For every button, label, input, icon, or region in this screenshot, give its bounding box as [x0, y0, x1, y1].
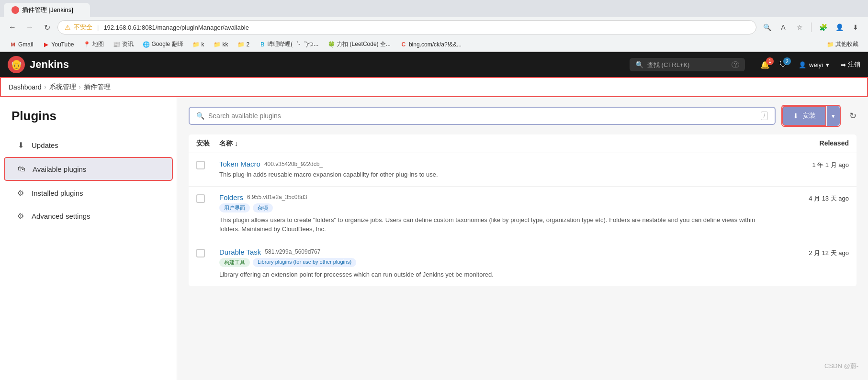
- maps-icon: 📍: [84, 41, 90, 48]
- bookmark-button[interactable]: ☆: [793, 21, 806, 34]
- sidebar-title: Plugins: [0, 109, 177, 133]
- bookmark-2[interactable]: 📁 2: [234, 40, 254, 49]
- folder-kk-icon: 📁: [214, 41, 221, 48]
- bookmark-bing[interactable]: C bing.com/ck/a?!&&...: [396, 40, 465, 49]
- translate-button[interactable]: A: [777, 21, 790, 34]
- plugin-checkbox-3[interactable]: [196, 248, 219, 257]
- bookmark-gmail[interactable]: M Gmail: [6, 40, 37, 49]
- available-plugins-icon: 🛍: [16, 164, 27, 174]
- bookmark-bilibili-label: 哔哩哔哩(゜-゜)つ...: [268, 40, 318, 48]
- plugin-search-box[interactable]: 🔍 /: [189, 107, 776, 125]
- checkbox-token-macro[interactable]: [196, 161, 205, 169]
- profile-button[interactable]: 👤: [833, 21, 846, 34]
- leetcode-icon: 🍀: [328, 41, 335, 48]
- breadcrumb-sep-2: ›: [79, 84, 81, 90]
- plugin-checkbox-1[interactable]: [196, 160, 219, 169]
- bookmark-translate[interactable]: 🌐 Google 翻译: [139, 39, 187, 50]
- jenkins-search-input[interactable]: [647, 61, 728, 68]
- jenkins-logo[interactable]: 👴 Jenkins: [8, 56, 69, 73]
- col-install-header: 安装: [196, 139, 219, 148]
- jenkins-search-bar[interactable]: 🔍 ?: [630, 58, 745, 71]
- plugin-tag-ui[interactable]: 用户界面: [219, 203, 250, 212]
- plugin-name-token-macro[interactable]: Token Macro: [219, 160, 260, 168]
- plugin-tag-misc[interactable]: 杂项: [253, 203, 273, 212]
- breadcrumb-dashboard[interactable]: Dashboard: [9, 83, 42, 91]
- bookmark-youtube[interactable]: ▶ YouTube: [39, 40, 78, 49]
- bookmark-k[interactable]: 📁 k: [189, 40, 208, 49]
- extensions-button[interactable]: 🧩: [816, 21, 830, 34]
- security-shield-button[interactable]: 🛡 2: [779, 60, 787, 69]
- bookmark-kk-label: kk: [223, 41, 228, 48]
- plugin-name-folders[interactable]: Folders: [219, 193, 243, 201]
- plugin-name-durable-task[interactable]: Durable Task: [219, 248, 261, 256]
- col-name-sort-icon[interactable]: ↓: [235, 140, 238, 147]
- bookmark-more[interactable]: 📁 其他收藏: [823, 39, 862, 50]
- bookmark-youtube-label: YouTube: [51, 41, 74, 48]
- breadcrumb-sep-1: ›: [45, 84, 46, 90]
- plugin-released-durable-task: 2 月 12 天 ago: [772, 248, 849, 257]
- refresh-button[interactable]: ↻: [849, 111, 857, 121]
- security-warning-icon: ⚠: [65, 23, 71, 31]
- browser-chrome: 插件管理 [Jenkins] ← → ↻ ⚠ 不安全 | 192.168.0.6…: [0, 0, 868, 52]
- advanced-settings-icon: ⚙: [15, 211, 26, 221]
- reload-button[interactable]: ↻: [40, 21, 54, 34]
- sidebar-item-advanced-settings[interactable]: ⚙ Advanced settings: [4, 205, 173, 227]
- breadcrumb: Dashboard › 系统管理 › 插件管理: [0, 77, 868, 97]
- bookmark-leetcode[interactable]: 🍀 力扣 (LeetCode) 全...: [324, 39, 395, 50]
- checkbox-durable-task[interactable]: [196, 249, 205, 257]
- sidebar-item-installed-plugins[interactable]: ⚙ Installed plugins: [4, 182, 173, 204]
- plugin-tag-library[interactable]: Library plugins (for use by other plugin…: [253, 258, 356, 267]
- bookmark-k-label: k: [202, 41, 204, 48]
- tab-favicon: [11, 6, 19, 14]
- zoom-button[interactable]: 🔍: [760, 21, 774, 34]
- bookmark-news[interactable]: 📰 资讯: [110, 39, 137, 50]
- plugin-content: 🔍 / ⬇ 安装 ▾ ↻ 安装: [177, 97, 868, 380]
- plugin-version-token-macro: 400.v35420b_922dcb_: [264, 161, 323, 168]
- plugin-checkbox-2[interactable]: [196, 193, 219, 203]
- breadcrumb-system-mgmt[interactable]: 系统管理: [49, 83, 76, 91]
- install-dropdown-button[interactable]: ▾: [826, 106, 840, 126]
- folder-2-icon: 📁: [238, 41, 245, 48]
- folder-k-icon: 📁: [193, 41, 200, 48]
- search-install-bar: 🔍 / ⬇ 安装 ▾ ↻: [189, 105, 857, 127]
- notification-bell-button[interactable]: 🔔 1: [760, 60, 770, 69]
- toolbar-divider: [811, 22, 812, 32]
- sidebar-updates-label: Updates: [32, 141, 58, 149]
- plugin-search-input[interactable]: [208, 112, 757, 120]
- install-download-icon: ⬇: [793, 112, 799, 120]
- address-bar[interactable]: ⚠ 不安全 | 192.168.0.61:8081/manage/pluginM…: [57, 20, 756, 34]
- jenkins-logo-text: Jenkins: [30, 58, 69, 71]
- logout-button[interactable]: ➡ 注销: [841, 60, 860, 69]
- download-button[interactable]: ⬇: [849, 21, 862, 34]
- logout-label: 注销: [848, 60, 860, 69]
- plugin-info-token-macro: Token Macro 400.v35420b_922dcb_ This plu…: [219, 160, 772, 179]
- bookmark-kk[interactable]: 📁 kk: [210, 40, 232, 49]
- bookmark-bilibili[interactable]: B 哔哩哔哩(゜-゜)つ...: [255, 39, 322, 50]
- sidebar-item-available-plugins[interactable]: 🛍 Available plugins: [4, 157, 173, 181]
- bilibili-icon: B: [259, 41, 266, 48]
- username-label: weiyi: [809, 61, 823, 68]
- browser-action-buttons: 🔍 A ☆ 🧩 👤 ⬇: [760, 21, 862, 34]
- bookmark-maps[interactable]: 📍 地图: [80, 39, 108, 50]
- notification-badge: 1: [766, 57, 774, 65]
- plugin-released-token-macro: 1 年 1 月 ago: [772, 160, 849, 169]
- user-menu[interactable]: 👤 weiyi ▾: [799, 61, 829, 68]
- checkbox-folders[interactable]: [196, 194, 205, 203]
- plugin-desc-folders: This plugin allows users to create "fold…: [219, 215, 772, 234]
- install-button[interactable]: ⬇ 安装: [782, 106, 826, 126]
- sidebar-installed-label: Installed plugins: [32, 189, 83, 197]
- help-icon: ?: [732, 61, 739, 68]
- forward-button[interactable]: →: [23, 21, 36, 34]
- bookmark-2-label: 2: [247, 41, 250, 48]
- user-avatar-icon: 👤: [799, 61, 806, 68]
- back-button[interactable]: ←: [6, 21, 19, 34]
- plugin-released-folders: 4 月 13 天 ago: [772, 193, 849, 203]
- breadcrumb-plugin-mgmt[interactable]: 插件管理: [84, 83, 111, 91]
- logout-icon: ➡: [841, 61, 846, 68]
- browser-tab[interactable]: 插件管理 [Jenkins]: [4, 3, 90, 17]
- sidebar-item-updates[interactable]: ⬇ Updates: [4, 134, 173, 156]
- plugin-tag-build-tool[interactable]: 构建工具: [219, 258, 250, 267]
- updates-icon: ⬇: [15, 140, 26, 150]
- jenkins-app: 👴 Jenkins 🔍 ? 🔔 1 🛡 2 👤 weiyi ▾: [0, 52, 868, 380]
- plugin-name-line-1: Token Macro 400.v35420b_922dcb_: [219, 160, 772, 168]
